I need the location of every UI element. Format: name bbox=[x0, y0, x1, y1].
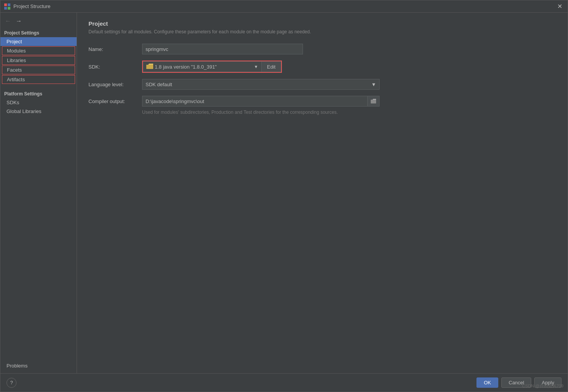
content-area: ← → Project Settings Project Modules Lib… bbox=[0, 13, 568, 373]
sidebar-item-sdks[interactable]: SDKs bbox=[0, 98, 77, 107]
window-title: Project Structure bbox=[13, 3, 556, 9]
svg-rect-1 bbox=[8, 3, 10, 6]
language-select[interactable]: SDK default ▼ bbox=[142, 79, 380, 90]
compiler-label: Compiler output: bbox=[88, 98, 142, 104]
ok-button[interactable]: OK bbox=[476, 377, 498, 388]
sidebar-item-global-libraries[interactable]: Global Libraries bbox=[0, 107, 77, 116]
compiler-hint: Used for modules' subdirectories, Produc… bbox=[142, 110, 556, 115]
forward-button[interactable]: → bbox=[14, 17, 23, 25]
sidebar-item-modules[interactable]: Modules bbox=[2, 46, 75, 55]
compiler-output-input[interactable] bbox=[142, 97, 367, 106]
name-label: Name: bbox=[88, 46, 142, 52]
svg-marker-6 bbox=[146, 64, 153, 65]
back-button[interactable]: ← bbox=[3, 17, 13, 25]
help-button[interactable]: ? bbox=[7, 378, 16, 388]
sdk-folder-icon bbox=[146, 64, 153, 70]
sidebar-item-label: Global Libraries bbox=[7, 108, 41, 114]
platform-settings-header: Platform Settings bbox=[0, 89, 77, 98]
project-settings-header: Project Settings bbox=[0, 28, 77, 37]
sidebar-item-problems[interactable]: Problems bbox=[0, 361, 77, 370]
bottom-left: ? bbox=[7, 378, 473, 388]
close-button[interactable]: ✕ bbox=[556, 3, 564, 10]
svg-rect-5 bbox=[146, 65, 149, 69]
project-structure-window: Project Structure ✕ ← → Project Settings… bbox=[0, 0, 568, 392]
nav-buttons: ← → bbox=[0, 16, 77, 28]
sidebar: ← → Project Settings Project Modules Lib… bbox=[0, 13, 77, 373]
language-value: SDK default bbox=[146, 82, 371, 87]
sidebar-item-label: Project bbox=[7, 39, 22, 44]
sidebar-item-label: Facets bbox=[7, 67, 22, 73]
svg-rect-2 bbox=[4, 7, 7, 10]
svg-rect-0 bbox=[4, 3, 7, 6]
watermark: CSDN @自由如风709 bbox=[522, 383, 563, 389]
sidebar-item-label: Artifacts bbox=[7, 77, 25, 82]
title-bar: Project Structure ✕ bbox=[0, 0, 568, 13]
sdk-dropdown-arrow-icon: ▼ bbox=[254, 64, 258, 69]
sidebar-item-libraries[interactable]: Libraries bbox=[2, 56, 75, 65]
compiler-output-row: Compiler output: bbox=[88, 96, 556, 107]
page-subtitle: Default settings for all modules. Config… bbox=[88, 29, 556, 34]
language-dropdown-arrow-icon: ▼ bbox=[371, 82, 376, 87]
sidebar-item-label: Modules bbox=[7, 48, 26, 54]
language-label: Language level: bbox=[88, 82, 142, 87]
svg-rect-7 bbox=[371, 100, 376, 103]
name-row: Name: bbox=[88, 44, 556, 54]
sidebar-item-artifacts[interactable]: Artifacts bbox=[2, 75, 75, 84]
page-title: Project bbox=[88, 20, 556, 27]
sidebar-item-label: SDKs bbox=[7, 100, 19, 105]
svg-rect-3 bbox=[8, 7, 10, 10]
svg-marker-8 bbox=[371, 99, 376, 100]
sdk-label: SDK: bbox=[88, 64, 142, 70]
sidebar-item-label: Libraries bbox=[7, 57, 26, 63]
sdk-row: SDK: 1.8 java version "1.8.0_391" ▼ bbox=[88, 61, 556, 73]
sidebar-item-label: Problems bbox=[7, 363, 28, 369]
sdk-value: 1.8 java version "1.8.0_391" bbox=[155, 64, 252, 70]
compiler-input-wrapper bbox=[142, 96, 380, 107]
name-input[interactable] bbox=[142, 44, 303, 54]
bottom-bar: ? OK Cancel Apply bbox=[0, 373, 568, 392]
sdk-select[interactable]: 1.8 java version "1.8.0_391" ▼ bbox=[143, 61, 262, 72]
sdk-edit-button[interactable]: Edit bbox=[262, 61, 281, 72]
sidebar-item-facets[interactable]: Facets bbox=[2, 66, 75, 74]
sidebar-item-project[interactable]: Project bbox=[0, 37, 77, 46]
sdk-wrapper: 1.8 java version "1.8.0_391" ▼ Edit bbox=[142, 61, 282, 73]
language-level-row: Language level: SDK default ▼ bbox=[88, 79, 556, 90]
compiler-browse-button[interactable] bbox=[367, 96, 379, 106]
main-content: Project Default settings for all modules… bbox=[77, 13, 568, 373]
app-icon bbox=[4, 3, 10, 10]
